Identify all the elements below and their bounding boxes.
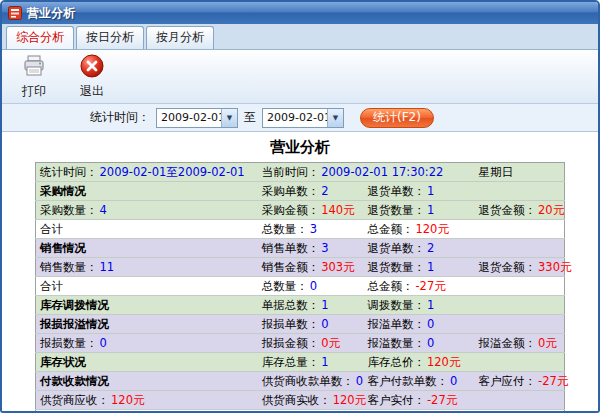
report-cell: 采购情况	[36, 182, 258, 201]
report-cell: 退货数量：1	[363, 258, 474, 277]
report-cell	[475, 239, 565, 258]
report-cell	[475, 391, 565, 410]
report-row: 销售数量：11销售金额：303元退货数量：1退货金额：330元	[36, 258, 565, 277]
report-row: 供货商应收：120元供货商实收：120元客户实付：-27元	[36, 391, 565, 410]
report-cell: 销售单数：3	[258, 239, 364, 258]
report-cell: 退货单数：1	[363, 182, 474, 201]
window-title: 营业分析	[27, 5, 75, 22]
window-titlebar[interactable]: 营业分析	[2, 2, 598, 24]
exit-icon	[79, 53, 105, 82]
report-row: 库存调拨情况单据总数：1调拨数量：1	[36, 296, 565, 315]
toolbar: 打印 退出	[2, 50, 598, 104]
report-cell	[475, 315, 565, 334]
tab-daily-analysis[interactable]: 按日分析	[76, 26, 144, 49]
report-cell: 总金额：-27元	[363, 277, 474, 296]
report-row: 报损报溢情况报损单数：0报溢单数：0	[36, 315, 565, 334]
app-icon	[8, 6, 22, 20]
date-to-value: 2009-02-01	[267, 111, 327, 124]
report-row: 报损数量：0报损金额：0元报溢数量：0报溢金额：0元	[36, 334, 565, 353]
report-cell: 供货商收款单数：0	[258, 372, 364, 391]
report-cell: 退货金额：330元	[475, 258, 565, 277]
report-row: 采购情况采购单数：2退货单数：1	[36, 182, 565, 201]
report-cell	[475, 220, 565, 239]
report-title: 营业分析	[2, 132, 598, 161]
date-to-select[interactable]: 2009-02-01 ▼	[262, 108, 344, 128]
report-cell: 供货商应收：120元	[36, 391, 258, 410]
report-table-body: 统计时间：2009-02-01至2009-02-01当前时间：2009-02-0…	[36, 163, 565, 412]
report-cell: 付款收款情况	[36, 372, 258, 391]
report-cell: 客户实付：-27元	[363, 391, 474, 410]
report-panel: 营业分析 统计时间：2009-02-01至2009-02-01当前时间：2009…	[2, 131, 598, 411]
report-cell: 销售毛利率：100.00%	[475, 410, 565, 412]
report-cell: 销售利润：-27.0000元	[363, 410, 474, 412]
report-cell: 报损单数：0	[258, 315, 364, 334]
to-label: 至	[244, 109, 256, 126]
print-button[interactable]: 打印	[12, 50, 56, 103]
report-cell: 销售数量：11	[36, 258, 258, 277]
report-cell: 星期日	[475, 163, 565, 182]
report-row: 付款收款情况供货商收款单数：0客户付款单数：0客户应付：-27元	[36, 372, 565, 391]
report-cell: 报溢单数：0	[363, 315, 474, 334]
report-cell: 客户应付：-27元	[475, 372, 565, 391]
report-cell: 总金额：120元	[363, 220, 474, 239]
chevron-down-icon[interactable]: ▼	[327, 109, 343, 127]
report-table: 统计时间：2009-02-01至2009-02-01当前时间：2009-02-0…	[35, 162, 565, 411]
report-cell: 报损数量：0	[36, 334, 258, 353]
report-row: 库存状况库存总量：1库存总价：120元	[36, 353, 565, 372]
report-cell: 库存总价：120元	[363, 353, 474, 372]
report-cell: 报损金额：0元	[258, 334, 364, 353]
report-cell: 销售成本：0.0000元	[258, 410, 364, 412]
print-button-label: 打印	[22, 83, 46, 100]
report-cell: 客户付款单数：0	[363, 372, 474, 391]
report-cell	[475, 277, 565, 296]
chevron-down-icon[interactable]: ▼	[221, 109, 237, 127]
business-analysis-window: 营业分析 综合分析按日分析按月分析 打印	[0, 0, 600, 413]
report-cell: 调拨数量：1	[363, 296, 474, 315]
report-cell: 统计时间：2009-02-01至2009-02-01	[36, 163, 258, 182]
report-cell: 报损报溢情况	[36, 315, 258, 334]
report-cell: 销售情况	[36, 239, 258, 258]
exit-button[interactable]: 退出	[70, 50, 114, 103]
report-cell: 采购单数：2	[258, 182, 364, 201]
stat-button[interactable]: 统计(F2)	[360, 108, 434, 128]
report-cell	[475, 353, 565, 372]
report-row: 销售情况销售单数：3退货单数：2	[36, 239, 565, 258]
filter-row: 统计时间： 2009-02-01 ▼ 至 2009-02-01 ▼ 统计(F2)	[2, 104, 598, 131]
report-cell: 采购金额：140元	[258, 201, 364, 220]
report-cell: 库存调拨情况	[36, 296, 258, 315]
report-row: 合计总数量：0总金额：-27元	[36, 277, 565, 296]
report-cell: 退货数量：1	[363, 201, 474, 220]
report-cell: 报溢数量：0	[363, 334, 474, 353]
tab-bar: 综合分析按日分析按月分析	[2, 24, 598, 50]
date-from-value: 2009-02-01	[161, 111, 221, 124]
date-from-select[interactable]: 2009-02-01 ▼	[156, 108, 238, 128]
report-cell: 供货商实收：120元	[258, 391, 364, 410]
report-cell: 退货单数：2	[363, 239, 474, 258]
report-cell: 库存总量：1	[258, 353, 364, 372]
report-row: 合计总数量：3总金额：120元	[36, 220, 565, 239]
tab-monthly-analysis[interactable]: 按月分析	[146, 26, 214, 49]
exit-button-label: 退出	[80, 83, 104, 100]
report-cell: 库存状况	[36, 353, 258, 372]
report-cell: 销售金额：303元	[258, 258, 364, 277]
printer-icon	[21, 53, 47, 82]
report-cell: 单据总数：1	[258, 296, 364, 315]
report-cell: 报溢金额：0元	[475, 334, 565, 353]
report-row: 采购数量：4采购金额：140元退货数量：1退货金额：20元	[36, 201, 565, 220]
report-cell	[475, 182, 565, 201]
tab-comprehensive-analysis[interactable]: 综合分析	[6, 26, 74, 49]
report-cell: 当前时间：2009-02-01 17:30:22	[258, 163, 475, 182]
report-cell: 总数量：0	[258, 277, 364, 296]
stat-time-label: 统计时间：	[90, 109, 150, 126]
report-cell	[475, 296, 565, 315]
report-cell: 退货金额：20元	[475, 201, 565, 220]
report-row: 统计时间：2009-02-01至2009-02-01当前时间：2009-02-0…	[36, 163, 565, 182]
report-cell: 合计	[36, 220, 258, 239]
report-cell	[36, 410, 258, 412]
report-row: 销售成本：0.0000元销售利润：-27.0000元销售毛利率：100.00%	[36, 410, 565, 412]
report-cell: 总数量：3	[258, 220, 364, 239]
report-cell: 合计	[36, 277, 258, 296]
report-cell: 采购数量：4	[36, 201, 258, 220]
